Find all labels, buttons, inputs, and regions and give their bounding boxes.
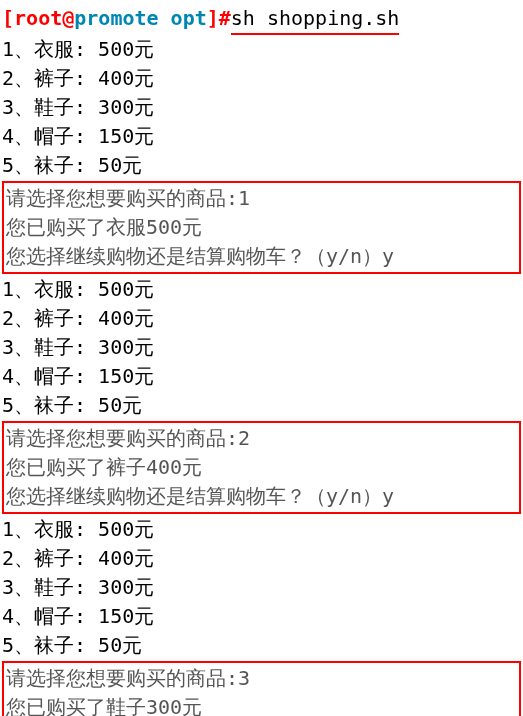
menu-item-5: 5、袜子: 50元 [2,391,521,420]
menu-item-5: 5、袜子: 50元 [2,631,521,660]
prompt-open-bracket: [ [2,6,14,30]
bought-line-1: 您已购买了衣服500元 [6,213,517,242]
menu-item-4: 4、帽子: 150元 [2,362,521,391]
interaction-box-3: 请选择您想要购买的商品:3 您已购买了鞋子300元 您选择继续购物还是结算购物车… [2,661,521,716]
menu-item-5: 5、袜子: 50元 [2,151,521,180]
menu-item-2: 2、裤子: 400元 [2,64,521,93]
shell-prompt: [root@promote opt]#sh shopping.sh [2,4,521,35]
menu-item-1: 1、衣服: 500元 [2,275,521,304]
menu-item-2: 2、裤子: 400元 [2,304,521,333]
continue-line-2: 您选择继续购物还是结算购物车？（y/n）y [6,482,517,511]
menu-item-1: 1、衣服: 500元 [2,515,521,544]
menu-item-1: 1、衣服: 500元 [2,35,521,64]
interaction-box-1: 请选择您想要购买的商品:1 您已购买了衣服500元 您选择继续购物还是结算购物车… [2,181,521,274]
continue-line-1: 您选择继续购物还是结算购物车？（y/n）y [6,242,517,271]
command-text[interactable]: sh shopping.sh [231,4,400,35]
prompt-hash: # [219,6,231,30]
prompt-user: root [14,6,62,30]
interaction-box-2: 请选择您想要购买的商品:2 您已购买了裤子400元 您选择继续购物还是结算购物车… [2,421,521,514]
menu-item-3: 3、鞋子: 300元 [2,333,521,362]
menu-item-4: 4、帽子: 150元 [2,122,521,151]
menu-item-3: 3、鞋子: 300元 [2,573,521,602]
select-prompt-1: 请选择您想要购买的商品:1 [6,184,517,213]
prompt-path: opt [171,6,207,30]
bought-line-2: 您已购买了裤子400元 [6,453,517,482]
prompt-host: promote [74,6,158,30]
menu-item-4: 4、帽子: 150元 [2,602,521,631]
menu-item-2: 2、裤子: 400元 [2,544,521,573]
menu-item-3: 3、鞋子: 300元 [2,93,521,122]
prompt-space [159,6,171,30]
prompt-close-bracket: ] [207,6,219,30]
prompt-at: @ [62,6,74,30]
select-prompt-2: 请选择您想要购买的商品:2 [6,424,517,453]
bought-line-3: 您已购买了鞋子300元 [6,693,517,716]
select-prompt-3: 请选择您想要购买的商品:3 [6,664,517,693]
